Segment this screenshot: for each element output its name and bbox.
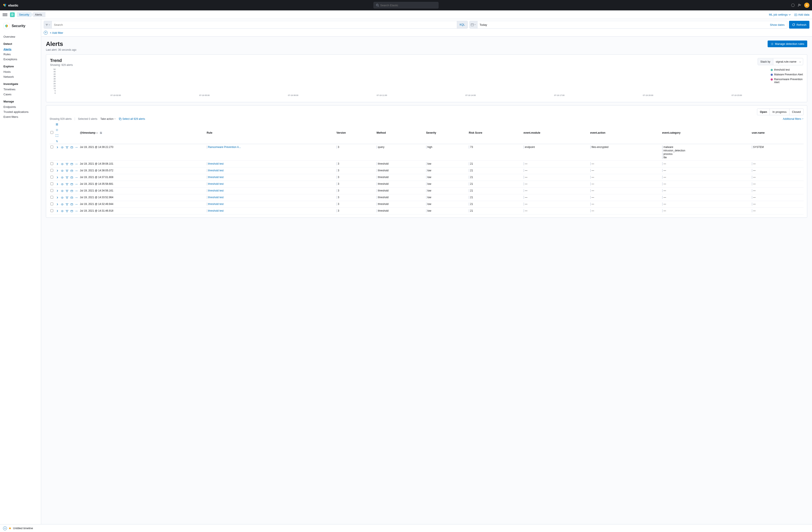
sidebar-item-endpoints[interactable]: Endpoints — [3, 104, 38, 110]
more-actions-icon[interactable] — [75, 209, 78, 213]
col-user-name[interactable]: user.name — [751, 122, 803, 144]
add-data-button[interactable]: Add data — [794, 13, 809, 16]
legend-item[interactable]: threshold test — [771, 68, 803, 71]
sidebar-item-alerts[interactable]: Alerts — [3, 47, 38, 52]
col-rule[interactable]: Rule — [206, 122, 336, 144]
analyze-icon[interactable] — [65, 146, 69, 149]
cell-rule-link[interactable]: threshold test — [207, 176, 224, 179]
view-details-icon[interactable] — [60, 146, 64, 149]
date-range-text[interactable]: Today — [477, 21, 767, 28]
timeline-icon[interactable] — [70, 209, 73, 213]
status-tab-in-progress[interactable]: In progress — [770, 109, 789, 115]
analyze-icon[interactable] — [65, 209, 69, 213]
legend-item[interactable]: Malware Prevention Alert — [771, 73, 803, 76]
sidebar-item-timelines[interactable]: Timelines — [3, 87, 38, 92]
user-avatar[interactable]: n — [804, 3, 809, 8]
col-event-action[interactable]: event.action — [590, 122, 661, 144]
timeline-icon[interactable] — [70, 162, 73, 166]
analyze-icon[interactable] — [65, 182, 69, 186]
col-version[interactable]: Version — [336, 122, 376, 144]
analyze-icon[interactable] — [65, 189, 69, 192]
more-actions-icon[interactable] — [75, 196, 78, 199]
cell-rule-link[interactable]: threshold test — [207, 182, 224, 185]
col-event-category[interactable]: event.category — [661, 122, 751, 144]
date-picker[interactable]: Today Show dates — [469, 21, 787, 29]
legend-item[interactable]: Ransomware Prevention Alert — [771, 78, 803, 84]
help-icon[interactable] — [791, 3, 795, 7]
expand-row-icon[interactable] — [56, 162, 59, 166]
view-details-icon[interactable] — [60, 209, 64, 213]
view-details-icon[interactable] — [60, 162, 64, 166]
analyze-icon[interactable] — [65, 176, 69, 179]
timeline-icon[interactable] — [70, 176, 73, 179]
expand-row-icon[interactable] — [56, 209, 59, 213]
sidebar-item-hosts[interactable]: Hosts — [3, 69, 38, 74]
timeline-icon[interactable] — [70, 203, 73, 206]
expand-row-icon[interactable] — [56, 169, 59, 172]
timeline-icon[interactable] — [70, 169, 73, 172]
expand-row-icon[interactable] — [56, 176, 59, 179]
sidebar-item-exceptions[interactable]: Exceptions — [3, 57, 38, 62]
kql-search-input[interactable] — [52, 21, 457, 28]
status-tab-closed[interactable]: Closed — [789, 109, 803, 115]
more-actions-icon[interactable] — [75, 176, 78, 179]
stack-by-value[interactable]: signal.rule.name — [773, 58, 803, 65]
take-action-button[interactable]: Take action — [100, 117, 116, 120]
sidebar-item-network[interactable]: Network — [3, 74, 38, 79]
ml-job-settings-button[interactable]: ML job settings — [769, 13, 791, 16]
cell-rule-link[interactable]: threshold test — [207, 196, 224, 199]
col-event-module[interactable]: event.module — [523, 122, 590, 144]
kql-toggle[interactable]: KQL — [457, 21, 467, 28]
row-checkbox[interactable] — [50, 203, 53, 205]
row-checkbox[interactable] — [50, 176, 53, 178]
analyze-icon[interactable] — [65, 196, 69, 199]
fullscreen-icon[interactable] — [56, 134, 78, 137]
expand-row-icon[interactable] — [56, 182, 59, 186]
stack-by-select[interactable]: Stack by signal.rule.name — [758, 58, 803, 65]
analyze-icon[interactable] — [65, 169, 69, 172]
more-actions-icon[interactable] — [75, 162, 78, 166]
select-all-checkbox[interactable] — [50, 131, 53, 134]
more-actions-icon[interactable] — [75, 189, 78, 192]
add-filter-link[interactable]: + Add filter — [50, 31, 63, 34]
cell-rule-link[interactable]: threshold test — [207, 203, 224, 205]
more-actions-icon[interactable] — [75, 182, 78, 186]
cell-rule-link[interactable]: Ransomware Prevention A... — [207, 146, 241, 148]
sidebar-item-trusted-apps[interactable]: Trusted applications — [3, 110, 38, 114]
more-actions-icon[interactable] — [75, 146, 78, 149]
row-checkbox[interactable] — [50, 169, 53, 172]
row-checkbox[interactable] — [50, 162, 53, 165]
settings-icon[interactable] — [56, 129, 78, 131]
date-quick-toggle[interactable] — [470, 21, 477, 28]
news-icon[interactable] — [798, 3, 801, 7]
col-risk-score[interactable]: Risk Score — [468, 122, 523, 144]
timeline-icon[interactable] — [70, 189, 73, 192]
sidebar-item-rules[interactable]: Rules — [3, 52, 38, 57]
manage-rules-button[interactable]: Manage detection rules — [768, 41, 807, 47]
row-checkbox[interactable] — [50, 209, 53, 212]
col-method[interactable]: Method — [376, 122, 425, 144]
col-severity[interactable]: Severity — [425, 122, 468, 144]
breadcrumb-security[interactable]: Security — [17, 12, 33, 17]
more-actions-icon[interactable] — [75, 203, 78, 206]
cell-rule-link[interactable]: threshold test — [207, 209, 224, 212]
expand-row-icon[interactable] — [56, 189, 59, 192]
expand-row-icon[interactable] — [56, 203, 59, 206]
additional-filters-link[interactable]: Additional filters — [783, 117, 803, 120]
more-actions-icon[interactable] — [75, 169, 78, 172]
row-checkbox[interactable] — [50, 189, 53, 192]
sidebar-item-overview[interactable]: Overview — [3, 34, 38, 39]
view-details-icon[interactable] — [60, 169, 64, 172]
view-details-icon[interactable] — [60, 196, 64, 199]
row-checkbox[interactable] — [50, 182, 53, 185]
col-timestamp[interactable]: @timestamp 1 — [79, 122, 206, 144]
row-checkbox[interactable] — [50, 196, 53, 199]
view-details-icon[interactable] — [60, 189, 64, 192]
timeline-icon[interactable] — [70, 146, 73, 149]
global-search[interactable] — [374, 2, 438, 9]
columns-icon[interactable] — [56, 123, 78, 126]
space-selector[interactable]: D — [10, 12, 15, 17]
search-options-toggle[interactable] — [44, 21, 52, 29]
filter-menu-icon[interactable] — [44, 31, 48, 35]
global-search-input[interactable] — [380, 4, 436, 7]
